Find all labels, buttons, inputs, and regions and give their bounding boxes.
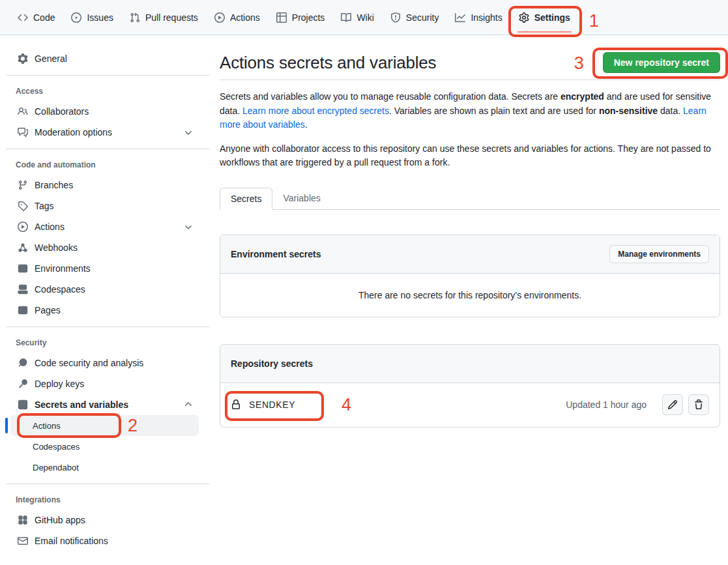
sidebar-item-actions[interactable]: Actions [10,216,199,237]
comment-discussion-icon [18,127,28,138]
tab-settings[interactable]: Settings [514,8,575,27]
page-header: Actions secrets and variables New reposi… [220,52,720,80]
sidebar-divider [7,326,209,327]
tab-settings-label: Settings [534,12,570,23]
tab-pull-requests-label: Pull requests [145,12,198,23]
intro-text: Secrets and variables allow you to manag… [220,90,720,170]
tab-issues[interactable]: Issues [66,8,118,27]
chevron-down-icon [183,127,194,138]
gear-icon [18,53,28,64]
environment-secrets-card: Environment secrets Manage environments … [220,235,720,317]
sidebar-divider [7,149,209,149]
lock-icon [231,399,241,410]
edit-secret-button[interactable] [662,394,683,415]
chevron-up-icon [183,399,194,410]
tab-wiki[interactable]: Wiki [336,8,379,27]
sidebar-item-pages[interactable]: Pages [10,300,199,321]
secrets-variables-tabs: Secrets Variables [220,188,720,210]
sidebar-section-code-automation: Code and automation [0,155,209,175]
sidebar-item-webhooks[interactable]: Webhooks [10,237,199,258]
sidebar-subitem-label: Actions [33,421,61,431]
annotation-number-1: 1 [589,12,599,30]
sidebar-item-email-notifications[interactable]: Email notifications [10,530,199,551]
tab-projects[interactable]: Projects [271,8,330,27]
tab-actions[interactable]: Actions [209,8,265,27]
sidebar-item-label: Code security and analysis [35,358,143,368]
play-icon [18,222,28,232]
table-icon [276,12,287,23]
key-asterisk-icon [18,399,28,410]
sidebar-item-label: Deploy keys [35,379,84,389]
codescan-icon [18,358,28,368]
environment-secrets-header: Environment secrets Manage environments [220,235,720,274]
intro-text-segment: data. [658,106,683,116]
webhook-icon [18,242,28,253]
sidebar-subitem-actions[interactable]: Actions 2 [10,415,199,436]
sidebar-item-label: Environments [35,263,91,274]
sidebar-item-label: Secrets and variables [35,399,128,410]
sidebar-item-code-security[interactable]: Code security and analysis [10,353,199,373]
sidebar-section-integrations: Integrations [0,490,209,510]
shield-icon [390,12,401,23]
intro-bold-encrypted: encrypted [561,91,604,102]
sidebar-item-environments[interactable]: Environments [10,258,199,279]
code-icon [18,12,28,23]
server-icon [18,263,28,274]
sidebar-item-tags[interactable]: Tags [10,196,199,216]
new-repository-secret-button[interactable]: New repository secret [603,52,720,73]
sidebar-item-github-apps[interactable]: GitHub apps [10,510,199,530]
secret-row-actions: Updated 1 hour ago [566,394,709,415]
intro-paragraph-1: Secrets and variables allow you to manag… [220,90,720,132]
sidebar-item-label: General [35,53,67,64]
tab-issues-label: Issues [87,12,113,23]
tab-projects-label: Projects [292,12,325,23]
repository-secrets-title: Repository secrets [231,358,313,369]
tab-wiki-label: Wiki [357,12,373,23]
sidebar-item-deploy-keys[interactable]: Deploy keys [10,373,199,394]
tab-variables[interactable]: Variables [272,188,330,209]
tab-secrets[interactable]: Secrets [220,188,272,210]
intro-bold-non-sensitive: non-sensitive [599,106,658,116]
sidebar-item-label: Branches [35,180,73,190]
tab-code[interactable]: Code [12,8,60,27]
sidebar-item-label: Email notifications [35,536,108,546]
sidebar-item-codespaces[interactable]: Codespaces [10,279,199,300]
tab-insights[interactable]: Insights [450,8,507,27]
people-icon [18,106,28,117]
tab-security[interactable]: Security [385,8,444,27]
tab-code-label: Code [33,12,55,23]
sidebar-subitem-codespaces[interactable]: Codespaces [10,436,199,457]
apps-icon [18,515,28,525]
browser-icon [18,305,28,315]
link-learn-more-encrypted-secrets[interactable]: Learn more about encrypted secrets [242,106,389,116]
gear-icon [519,12,529,23]
sidebar-item-moderation-options[interactable]: Moderation options [10,122,199,143]
sidebar-section-security: Security [0,333,209,353]
sidebar-subitem-label: Dependabot [33,463,79,472]
play-icon [214,12,225,23]
settings-active-underline [517,31,572,33]
sidebar-item-collaborators[interactable]: Collaborators [10,101,199,122]
sidebar-item-label: Collaborators [35,106,89,117]
secret-name: SENDKEY [249,399,295,410]
settings-sidebar: General Access Collaborators Moderation … [0,35,209,551]
sidebar-subitem-dependabot[interactable]: Dependabot [10,457,199,478]
new-repository-secret-wrap: New repository secret 3 [603,52,720,73]
manage-environments-button[interactable]: Manage environments [609,245,709,263]
tab-insights-label: Insights [471,12,502,23]
graph-icon [455,12,465,23]
key-icon [18,379,28,389]
sidebar-item-branches[interactable]: Branches [10,175,199,196]
issue-opened-icon [71,12,81,23]
delete-secret-button[interactable] [688,394,709,415]
sidebar-item-label: Codespaces [35,284,85,295]
mail-icon [18,536,28,546]
annotation-number-2: 2 [128,417,138,435]
repository-secrets-card: Repository secrets SENDKEY 4 Updated 1 h… [220,344,720,427]
sidebar-item-general[interactable]: General [10,48,199,69]
sidebar-item-secrets-and-variables[interactable]: Secrets and variables [10,394,199,415]
book-icon [341,12,351,23]
sidebar-item-label: Moderation options [35,127,112,138]
tab-pull-requests[interactable]: Pull requests [124,8,203,27]
secret-name-wrap: SENDKEY 4 [231,399,295,410]
